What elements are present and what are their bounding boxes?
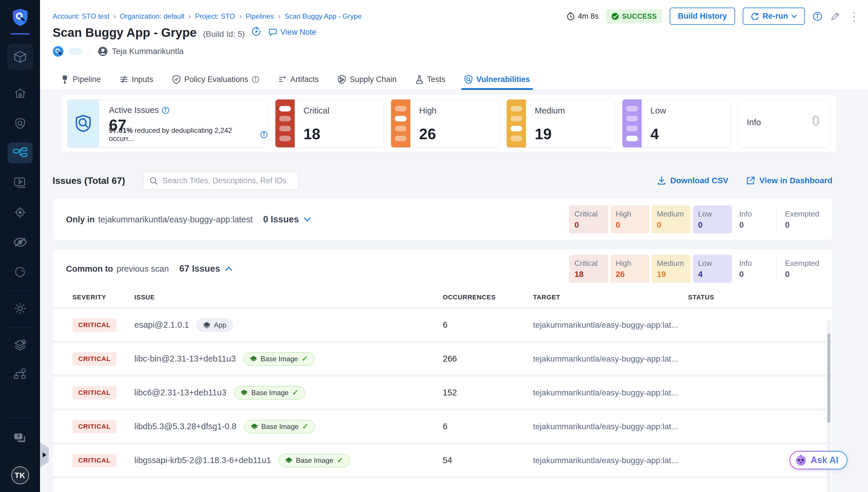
medium-count: 19 [535,125,552,143]
layers-icon [203,322,210,328]
chip-high: High0 [610,205,650,233]
tab-policy-evaluations[interactable]: Policy Evaluations [171,70,260,90]
chip-info: Info0 [734,255,773,283]
sidebar-item-exemptions[interactable] [7,232,33,253]
sidebar-item-gitops[interactable] [7,262,33,282]
breadcrumb-pipelines[interactable]: Pipelines [245,12,274,20]
issue-name[interactable]: esapi@2.1.0.1 [134,320,189,330]
high-card[interactable]: High 26 [391,99,499,148]
build-author: Teja Kummarikuntla [112,47,184,56]
active-issues-card[interactable]: Active Issues 67 97.01% reduced by dedup… [67,99,268,148]
view-note-link[interactable]: View Note [268,27,316,37]
only-in-text: Only intejakummarikuntla/easy-buggy-app:… [66,215,253,224]
module-selector-button[interactable] [7,44,33,70]
critical-card[interactable]: Critical 18 [275,99,384,148]
breadcrumb-org[interactable]: Organization: default [120,12,184,20]
medium-card[interactable]: Medium 19 [507,99,615,148]
sidebar-item-home[interactable] [7,83,33,104]
stage-status-pill [68,48,83,55]
replay-build-button[interactable] [251,26,262,37]
issue-name[interactable]: libdb5.3@5.3.28+dfsg1-0.8 [134,422,237,431]
layers-icon [251,423,258,430]
sidebar-expand-handle[interactable] [40,442,49,467]
sidebar-item-help[interactable]: ? [7,428,33,449]
sidebar-item-org-setup[interactable] [7,363,33,384]
base-image-badge: Base Image ✓ [234,386,305,399]
view-in-dashboard-button[interactable]: View in Dashboard [746,176,832,185]
author-divider [90,45,90,58]
tab-pipeline[interactable]: Pipeline [59,70,102,90]
check-icon: ✓ [292,388,299,397]
chip-divider [776,207,777,232]
only-in-count-toggle[interactable]: 0 Issues [263,214,311,225]
info-count: 0 [812,112,820,129]
table-row[interactable]: CRITICAL libc6@2.31-13+deb11u3 Base Imag… [52,377,832,408]
sidebar-divider-2 [7,327,33,327]
sidebar-item-executions[interactable] [7,172,33,193]
sidebar-settings-group [7,298,33,319]
chip-critical: Critical0 [569,205,608,233]
breadcrumb-current[interactable]: Scan Buggy App - Grype [284,12,361,20]
table-row[interactable]: CRITICAL libc-bin@2.31-13+deb11u3 Base I… [52,343,832,374]
tab-artifacts[interactable]: Artifacts [277,70,320,90]
row-divider [52,341,832,343]
more-options-button[interactable]: ⋮ [848,13,860,20]
caret-down-icon [792,15,797,18]
layers-gear-icon [14,339,27,351]
chip-divider [776,256,777,281]
table-row[interactable]: CRITICAL esapi@2.1.0.1 App 6 tejakummari… [52,309,832,341]
breadcrumb-project[interactable]: Project: STO [195,12,235,20]
rerun-info-button[interactable] [813,11,822,21]
pipeline-tab-icon [61,75,69,84]
check-icon: ✓ [302,422,309,431]
tab-vulnerabilities[interactable]: Vulnerabilities [463,70,531,90]
active-issues-info-icon[interactable] [162,106,169,114]
page-header: Account: STO test › Organization: defaul… [40,0,868,90]
issue-name[interactable]: libc-bin@2.31-13+deb11u3 [134,354,236,364]
tab-supply-chain[interactable]: Supply Chain [336,70,398,90]
search-input[interactable] [143,172,298,190]
download-csv-button[interactable]: Download CSV [657,176,728,185]
severity-badge: CRITICAL [72,318,117,332]
build-history-button[interactable]: Build History [670,7,735,25]
execution-tabs: Pipeline Inputs Policy Evaluations Artif… [59,70,531,90]
ask-ai-button[interactable]: Ask AI [790,451,848,470]
info-card[interactable]: Info 0 [738,99,830,148]
table-row[interactable]: CRITICAL libdb5.3@5.3.28+dfsg1-0.8 Base … [52,411,832,442]
policy-shield-icon [172,75,181,84]
sidebar-item-project-setup[interactable] [7,335,33,355]
dedup-note: 97.01% reduced by deduplicating 2,242 oc… [109,126,268,143]
sidebar-item-settings[interactable] [7,298,33,319]
common-count-toggle[interactable]: 67 Issues [179,264,233,274]
dedup-info-icon[interactable] [260,131,268,138]
low-card[interactable]: Low 4 [622,99,731,148]
shield-scan-icon [14,117,27,129]
sidebar-item-targets[interactable] [7,202,33,223]
target-icon [14,206,27,219]
sidebar-item-scans[interactable] [7,113,33,134]
severity-badge: CRITICAL [72,386,117,399]
breadcrumb-account[interactable]: Account: STO test [52,12,109,20]
col-severity: SEVERITY [72,294,134,301]
gitops-icon [14,266,27,278]
severity-badge: CRITICAL [72,352,117,366]
row-divider [52,476,832,478]
logo-divider [10,33,30,34]
high-strip [391,99,410,147]
scrollbar-thumb[interactable] [827,334,830,423]
sidebar-item-pipelines[interactable] [7,142,33,164]
user-avatar[interactable]: TK [11,466,29,485]
col-target: TARGET [533,294,688,301]
info-label: Info [747,118,761,127]
severity-badge: CRITICAL [72,420,117,433]
home-icon [14,87,27,100]
table-row[interactable]: CRITICAL libgssapi-krb5-2@1.18.3-6+deb11… [52,445,832,476]
rerun-button[interactable]: Re-run [743,7,805,25]
harness-sto-logo-icon[interactable] [10,7,30,27]
edit-pipeline-button[interactable] [830,11,841,22]
issue-name[interactable]: libgssapi-krb5-2@1.18.3-6+deb11u1 [134,456,271,465]
tab-tests[interactable]: Tests [414,70,447,90]
tab-inputs[interactable]: Inputs [118,70,155,90]
chip-medium: Medium0 [652,205,691,233]
issue-name[interactable]: libc6@2.31-13+deb11u3 [134,388,226,397]
